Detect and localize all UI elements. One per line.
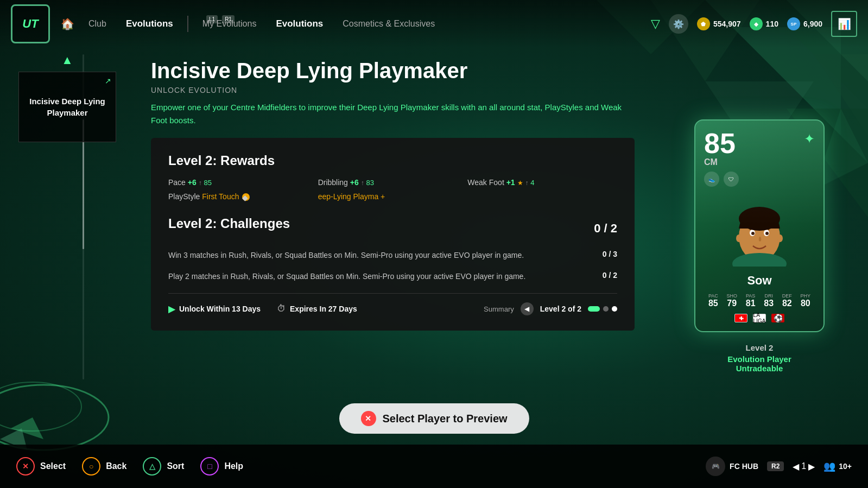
nav-evolutions-main[interactable]: Evolutions	[126, 18, 173, 29]
level-dot-current	[588, 306, 600, 312]
pace-label: Pace	[168, 178, 186, 187]
pace-boost: +6	[188, 178, 199, 187]
level-indicator: Level 2 of 2	[540, 305, 581, 313]
filter-icon[interactable]: ▽	[651, 17, 660, 31]
nav-club[interactable]: Club	[88, 19, 106, 29]
players-plus-label: 10+	[839, 462, 852, 471]
bottom-help-btn[interactable]: □ Help	[200, 457, 243, 476]
dri-value: 83	[764, 299, 774, 308]
expires-icon: ⏱	[277, 304, 286, 314]
bottom-select-btn[interactable]: ✕ Select	[16, 457, 66, 476]
r2-badge: R2	[767, 461, 784, 471]
settings-icon[interactable]: ⚙️	[669, 14, 688, 34]
sp-currency: SP 6,900	[787, 17, 822, 30]
fc-hub-label: FC HUB	[730, 462, 758, 471]
level-dots	[588, 306, 617, 312]
top-icons-nav: L1 R1	[206, 15, 235, 23]
player-level-num: Level 2	[727, 343, 791, 352]
card-icons-row: 👟 🛡	[704, 172, 739, 187]
cross-icon: ✕	[16, 457, 35, 476]
nav-cosmetics[interactable]: Cosmetics & Exclusives	[343, 19, 435, 29]
green-icon: ◆	[750, 17, 763, 30]
expires-timer: ⏱ Expires In 27 Days	[277, 304, 357, 314]
weakfoot-label: Weak Foot	[467, 178, 504, 187]
challenge-1-progress: 0 / 3	[603, 250, 617, 258]
player-level-info: Level 2 Evolution Player Untradeable	[727, 343, 791, 373]
help-label: Help	[224, 461, 243, 471]
svg-point-19	[751, 232, 755, 235]
pas-label: PAS	[746, 293, 756, 299]
nav-evolutions[interactable]: Evolutions	[276, 18, 323, 29]
pac-value: 85	[708, 299, 718, 308]
stat-pac: PAC 85	[708, 293, 718, 308]
stats-button[interactable]: 📊	[831, 11, 857, 37]
pas-value: 81	[746, 299, 756, 308]
nav-arrows: ◀ 1 ▶	[793, 461, 815, 472]
gold-currency: ⬟ 554,907	[697, 17, 741, 30]
player-name: Sow	[704, 274, 815, 288]
timer-icon: ▶	[168, 304, 175, 314]
weakfoot-reward: Weak Foot +1 ★ ↑ 4	[467, 178, 617, 187]
select-btn-text: Select Player to Preview	[382, 413, 507, 425]
weakfoot-boost: +1	[506, 178, 517, 187]
dribbling-reward: Dribbling +6 ↑ 83	[318, 178, 468, 187]
evolution-title: Incisive Deep Lying Playmaker	[151, 59, 635, 83]
nav-divider	[187, 16, 188, 32]
select-btn-x-icon: ✕	[360, 411, 376, 426]
fc-hub-icon: 🎮	[706, 457, 725, 476]
fc-hub-section: 🎮 FC HUB	[706, 457, 758, 476]
sidebar-card[interactable]: ↗ Incisive Deep Lying Playmaker	[18, 72, 116, 142]
playstyle-sub-reward: eep-Lying Playma +	[318, 192, 468, 201]
stat-def: DEF 82	[782, 293, 792, 308]
challenge-row-1: Win 3 matches in Rush, Rivals, or Squad …	[168, 250, 617, 261]
unlock-timer: ▶ Unlock Within 13 Days	[168, 304, 261, 314]
pac-label: PAC	[708, 293, 718, 299]
select-player-button[interactable]: ✕ Select Player to Preview	[339, 403, 529, 434]
bottom-right: 🎮 FC HUB R2 ◀ 1 ▶ 👥 10+	[706, 457, 852, 476]
stat-phy: PHY 80	[801, 293, 811, 308]
challenges-title: Level 2: Challenges	[168, 216, 290, 231]
dribbling-value: 83	[366, 179, 374, 187]
sidebar-card-title: Incisive Deep Lying Playmaker	[28, 96, 107, 118]
left-arrow-icon: ◀	[793, 461, 799, 472]
player-stats-row: PAC 85 SHO 79 PAS 81 DRI 83 DEF 82 PHY 8…	[704, 293, 815, 308]
playstyle-name: First Touch	[202, 192, 239, 201]
level-prev-btn[interactable]: ◀	[521, 302, 534, 315]
svg-point-21	[736, 235, 742, 242]
challenge-2-text: Play 2 matches in Rush, Rivals, or Squad…	[168, 271, 603, 282]
bottom-sort-btn[interactable]: △ Sort	[143, 457, 184, 476]
stat-sho: SHO 79	[726, 293, 737, 308]
pace-reward: Pace +6 ↑ 85	[168, 178, 318, 187]
nav-right: ▽ ⚙️ ⬟ 554,907 ◆ 110 SP 6,900 📊	[651, 11, 857, 37]
player-evolution-label: Evolution Player	[727, 354, 791, 364]
sevilla-icon: ⚽	[771, 314, 784, 322]
player-card: 85 CM 👟 🛡 ✦	[694, 119, 825, 332]
bottom-back-btn[interactable]: ○ Back	[82, 457, 126, 476]
phy-value: 80	[801, 299, 811, 308]
evolution-description: Empower one of your Centre Midfielders t…	[151, 101, 635, 127]
playstyle-icon: ◆	[242, 193, 250, 201]
def-value: 82	[782, 299, 792, 308]
player-count: 1	[801, 461, 806, 471]
bottom-info-bar: ▶ Unlock Within 13 Days ⏱ Expires In 27 …	[168, 293, 617, 315]
nav-club-icon[interactable]: 🏠	[61, 17, 74, 30]
def-label: DEF	[782, 293, 792, 299]
sidebar-up-arrow[interactable]: ▲	[61, 53, 73, 67]
svg-point-16	[732, 253, 787, 267]
card-icon-shield: 🛡	[724, 172, 739, 187]
green-currency: ◆ 110	[750, 17, 778, 30]
share-icon: ↗	[105, 77, 111, 85]
main-content: Incisive Deep Lying Playmaker Unlock Evo…	[135, 48, 651, 445]
svg-point-22	[777, 235, 783, 242]
players-plus-section: 👥 10+	[823, 460, 852, 472]
sho-value: 79	[726, 299, 737, 308]
swiss-flag: 🇨🇭	[734, 314, 747, 322]
challenge-1-text: Win 3 matches in Rush, Rivals, or Squad …	[168, 250, 603, 261]
ut-logo[interactable]: UT	[11, 4, 50, 43]
phy-label: PHY	[801, 293, 811, 299]
bottom-bar: ✕ Select ○ Back △ Sort □ Help 🎮 FC HUB R…	[0, 445, 868, 488]
sp-icon: SP	[787, 17, 800, 30]
svg-point-20	[765, 232, 769, 235]
playstyle-label: PlayStyle	[168, 192, 200, 201]
laliga-icon: LA LIGA	[753, 314, 766, 322]
